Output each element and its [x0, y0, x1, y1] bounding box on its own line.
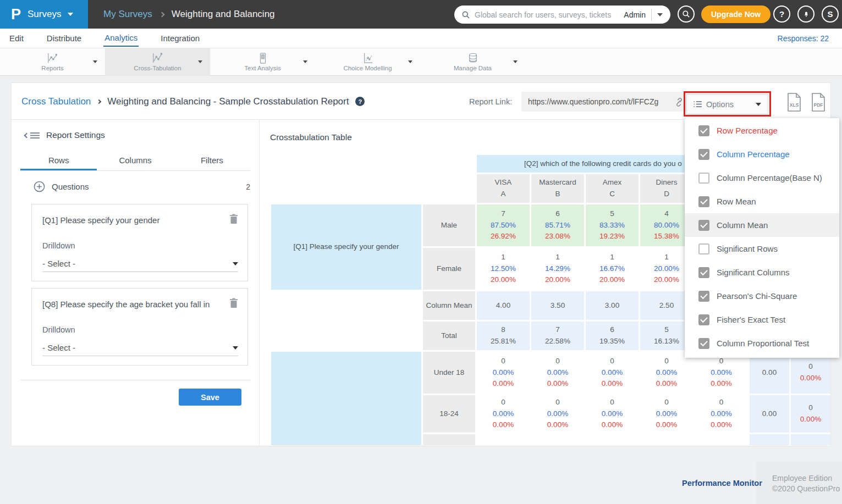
data-cell: 00.00%0.00%	[477, 352, 530, 394]
report-link-field[interactable]: https://www.questionpro.com/t/lFFCZg	[521, 92, 690, 112]
chevron-down-icon	[233, 262, 238, 265]
drilldown-value: - Select -	[42, 343, 233, 352]
options-menu-item[interactable]: Row Mean	[685, 190, 839, 213]
chevron-down-icon	[233, 346, 238, 350]
save-button[interactable]: Save	[179, 389, 241, 406]
options-menu-item[interactable]: Column Mean	[685, 213, 839, 237]
options-menu-item[interactable]: Column Percentage(Base N)	[685, 166, 839, 190]
options-dropdown-menu: Row PercentageColumn PercentageColumn Pe…	[685, 118, 839, 358]
subnav-edit[interactable]: Edit	[8, 30, 25, 46]
tab-reports[interactable]: Reports	[0, 48, 105, 76]
chevron-down-icon	[756, 103, 761, 106]
tab-label: Manage Data	[454, 65, 492, 71]
checkbox-checked-icon[interactable]	[698, 314, 709, 325]
checkbox-unchecked-icon[interactable]	[698, 243, 709, 254]
tab-text-analysis[interactable]: Text Analysis	[210, 48, 315, 76]
options-menu-item[interactable]: Fisher's Exact Test	[685, 308, 839, 331]
tab-manage-data[interactable]: Manage Data	[420, 48, 525, 76]
breadcrumb-my-surveys[interactable]: My Surveys	[103, 9, 152, 20]
checkbox-checked-icon[interactable]	[698, 338, 709, 349]
crosstab-cell	[750, 434, 789, 445]
survey-subnav: Edit Distribute Analytics Integration Re…	[0, 29, 842, 48]
upgrade-now-button[interactable]: Upgrade Now	[701, 5, 771, 23]
svg-text:PDF: PDF	[814, 102, 823, 108]
tab-columns[interactable]: Columns	[97, 153, 173, 170]
search-button[interactable]	[678, 5, 695, 23]
row-label: Column Mean	[423, 291, 475, 320]
drilldown-select[interactable]: - Select -	[42, 256, 238, 272]
help-button[interactable]: ?	[773, 5, 790, 23]
row-label: Total	[423, 322, 475, 350]
avatar[interactable]: S	[822, 5, 839, 23]
add-question-button[interactable]	[34, 181, 45, 192]
data-cell: 116.67%20.00%	[586, 248, 639, 290]
export-xls-button[interactable]: XLS	[786, 93, 802, 112]
checkbox-checked-icon[interactable]	[698, 196, 709, 207]
options-menu-item[interactable]: Column Proportional Test	[685, 331, 839, 355]
line-chart-icon	[47, 53, 59, 64]
search-icon	[682, 10, 690, 18]
tab-cross-tabulation[interactable]: Cross-Tabulation	[105, 48, 210, 76]
search-input[interactable]	[475, 10, 624, 19]
tab-filters[interactable]: Filters	[174, 153, 250, 170]
help-icon[interactable]: ?	[355, 97, 365, 106]
tab-choice-modelling[interactable]: Choice Modelling	[315, 48, 420, 76]
data-cell: 112.50%20.00%	[477, 248, 530, 290]
data-cell: 00.00%0.00%	[640, 352, 693, 394]
subnav-analytics[interactable]: Analytics	[103, 30, 139, 47]
link-icon[interactable]	[674, 96, 685, 107]
global-search: Admin	[454, 5, 670, 24]
brand-menu[interactable]: P Surveys	[0, 0, 88, 29]
responses-count: Responses: 22	[778, 34, 829, 43]
chevron-down-icon[interactable]	[408, 60, 412, 63]
options-menu-item[interactable]: Significant Rows	[685, 237, 839, 261]
performance-monitor-link[interactable]: Performance Monitor	[682, 479, 762, 488]
checkbox-checked-icon[interactable]	[698, 267, 709, 278]
chevron-down-icon[interactable]	[93, 60, 97, 63]
checkbox-checked-icon[interactable]	[698, 291, 709, 302]
checkbox-checked-icon[interactable]	[698, 220, 709, 231]
row-question-header: [Q1] Please specify your gender	[271, 204, 421, 290]
crosstab-cell	[271, 322, 421, 350]
chevron-down-icon[interactable]	[513, 60, 518, 63]
options-button[interactable]: Options	[686, 94, 768, 114]
delete-question-button[interactable]	[229, 298, 238, 308]
question-text: [Q8] Please specify the age bracket you …	[42, 300, 218, 309]
chevron-down-icon[interactable]	[198, 60, 202, 63]
report-header: Cross Tabulation Weighting and Balancing…	[12, 83, 831, 120]
mean-cell: 4.00	[477, 291, 530, 320]
checkbox-unchecked-icon[interactable]	[698, 173, 709, 184]
report-title: Weighting and Balancing - Sample Crossta…	[107, 96, 349, 107]
options-menu-item[interactable]: Column Percentage	[685, 142, 839, 166]
tab-label: Reports	[41, 65, 63, 71]
search-scope-label[interactable]: Admin	[624, 10, 646, 19]
cross-tabulation-link[interactable]: Cross Tabulation	[21, 96, 91, 107]
delete-question-button[interactable]	[229, 214, 238, 224]
subnav-integration[interactable]: Integration	[159, 30, 201, 46]
menu-item-label: Row Mean	[717, 197, 756, 206]
chevron-down-icon[interactable]	[303, 60, 307, 63]
menu-item-label: Column Proportional Test	[717, 339, 809, 348]
options-menu-item[interactable]: Significant Columns	[685, 261, 839, 284]
report-link-url[interactable]: https://www.questionpro.com/t/lFFCZg	[528, 97, 674, 106]
notifications-button[interactable]	[797, 5, 815, 23]
row-question-header	[271, 352, 421, 445]
collapse-panel-button[interactable]	[25, 132, 40, 139]
export-pdf-button[interactable]: PDF	[810, 93, 827, 112]
data-cell: 685.71%23.08%	[531, 204, 584, 246]
tab-rows[interactable]: Rows	[20, 153, 97, 170]
subnav-distribute[interactable]: Distribute	[46, 30, 82, 46]
questionpro-logo: P	[11, 7, 21, 22]
options-menu-item[interactable]: Pearson's Chi-Square	[685, 284, 839, 308]
checkbox-checked-icon[interactable]	[698, 149, 709, 160]
data-cell: 00.00%0.00%	[531, 352, 584, 394]
total-cell: 825.81%	[477, 322, 530, 350]
drilldown-select[interactable]: - Select -	[42, 340, 238, 356]
chevron-down-icon[interactable]	[657, 13, 663, 16]
total-cell: 722.58%	[531, 322, 584, 350]
breadcrumb: My Surveys Weighting and Balancing	[103, 0, 275, 29]
crosstab-cell	[531, 434, 584, 445]
options-menu-item[interactable]: Row Percentage	[685, 119, 839, 142]
checkbox-checked-icon[interactable]	[698, 125, 709, 136]
brand-label: Surveys	[27, 9, 61, 20]
